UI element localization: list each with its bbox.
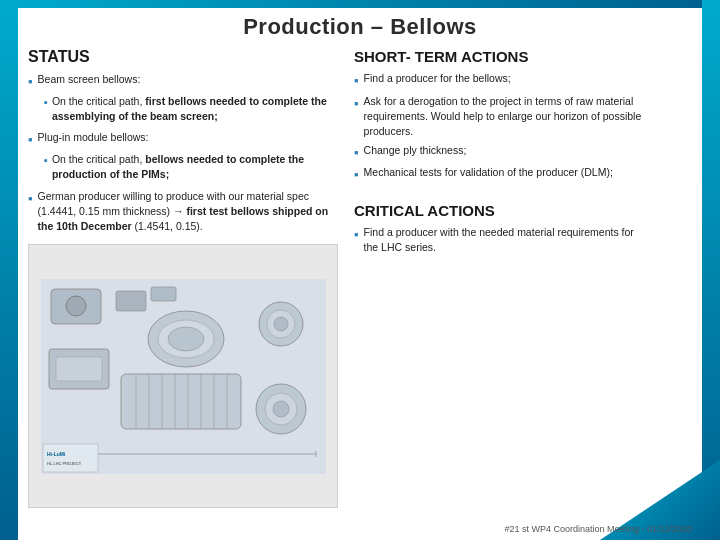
- st-text-4: Mechanical tests for validation of the p…: [364, 165, 613, 180]
- bullet-icon-sub-2: ▪: [44, 153, 48, 169]
- status-content: ▪ Beam screen bellows: ▪ On the critical…: [28, 72, 338, 236]
- plugin-section: ▪ Plug-in module bellows: ▪ On the criti…: [28, 130, 338, 182]
- status-label: STATUS: [28, 48, 338, 66]
- plugin-label: Plug-in module bellows:: [38, 130, 149, 145]
- short-term-bullet-3: ▪ Change ply thickness;: [354, 143, 649, 163]
- bullet-icon-2: ▪: [28, 131, 33, 150]
- german-text-section: ▪ German producer willing to produce wit…: [28, 189, 338, 235]
- beam-screen-label: Beam screen bellows:: [38, 72, 141, 87]
- beam-screen-sub-text: On the critical path, first bellows need…: [52, 94, 338, 124]
- beam-screen-section: ▪ Beam screen bellows: ▪ On the critical…: [28, 72, 338, 124]
- st-text-2: Ask for a derogation to the project in t…: [364, 94, 649, 140]
- st-text-1: Find a producer for the bellows;: [364, 71, 511, 86]
- svg-rect-23: [116, 291, 146, 311]
- svg-point-8: [274, 317, 288, 331]
- bullet-icon-3: ▪: [28, 190, 33, 209]
- crit-text-1: Find a producer with the needed material…: [364, 225, 649, 255]
- svg-rect-24: [151, 287, 176, 301]
- bullet-icon-1: ▪: [28, 73, 33, 92]
- svg-point-2: [66, 296, 86, 316]
- short-term-title: SHORT- TERM ACTIONS: [354, 48, 649, 65]
- svg-rect-10: [56, 357, 102, 381]
- svg-point-22: [273, 401, 289, 417]
- svg-rect-28: [43, 444, 98, 472]
- critical-title: CRITICAL ACTIONS: [354, 202, 649, 219]
- beam-screen-main-bullet: ▪ Beam screen bellows:: [28, 72, 338, 92]
- st-text-3: Change ply thickness;: [364, 143, 467, 158]
- left-column: STATUS ▪ Beam screen bellows: ▪ On the c…: [28, 48, 338, 508]
- critical-section: CRITICAL ACTIONS ▪ Find a producer with …: [354, 202, 649, 258]
- plugin-main-bullet: ▪ Plug-in module bellows:: [28, 130, 338, 150]
- svg-point-5: [168, 327, 204, 351]
- bullet-icon-sub-1: ▪: [44, 95, 48, 111]
- short-term-content: ▪ Find a producer for the bellows; ▪ Ask…: [354, 71, 649, 188]
- critical-content: ▪ Find a producer with the needed materi…: [354, 225, 649, 255]
- tech-drawing-svg: Hi-LuMi HL-LHC PROJECT: [41, 279, 326, 474]
- german-text: German producer willing to produce with …: [38, 189, 338, 235]
- st-bullet-icon-2: ▪: [354, 95, 359, 114]
- header: Production – Bellows: [0, 0, 720, 48]
- short-term-bullet-2: ▪ Ask for a derogation to the project in…: [354, 94, 649, 140]
- beam-screen-sub-bullet: ▪ On the critical path, first bellows ne…: [44, 94, 338, 124]
- technical-drawing: Hi-LuMi HL-LHC PROJECT: [28, 244, 338, 508]
- st-bullet-icon-4: ▪: [354, 166, 359, 185]
- main-content: STATUS ▪ Beam screen bellows: ▪ On the c…: [0, 48, 720, 508]
- svg-text:Hi-LuMi: Hi-LuMi: [47, 451, 66, 457]
- short-term-bullet-1: ▪ Find a producer for the bellows;: [354, 71, 649, 91]
- plugin-sub-text: On the critical path, bellows needed to …: [52, 152, 338, 182]
- page-title: Production – Bellows: [0, 14, 720, 40]
- footer-text: #21 st WP4 Coordination Meeting - 01/12/…: [504, 524, 692, 534]
- plugin-sub-bullet: ▪ On the critical path, bellows needed t…: [44, 152, 338, 182]
- svg-text:HL-LHC PROJECT: HL-LHC PROJECT: [47, 461, 82, 466]
- st-bullet-icon-1: ▪: [354, 72, 359, 91]
- short-term-bullet-4: ▪ Mechanical tests for validation of the…: [354, 165, 649, 185]
- right-column: SHORT- TERM ACTIONS ▪ Find a producer fo…: [354, 48, 649, 508]
- footer: #21 st WP4 Coordination Meeting - 01/12/…: [504, 524, 692, 534]
- svg-rect-11: [121, 374, 241, 429]
- st-bullet-icon-3: ▪: [354, 144, 359, 163]
- crit-bullet-icon-1: ▪: [354, 226, 359, 245]
- critical-bullet-1: ▪ Find a producer with the needed materi…: [354, 225, 649, 255]
